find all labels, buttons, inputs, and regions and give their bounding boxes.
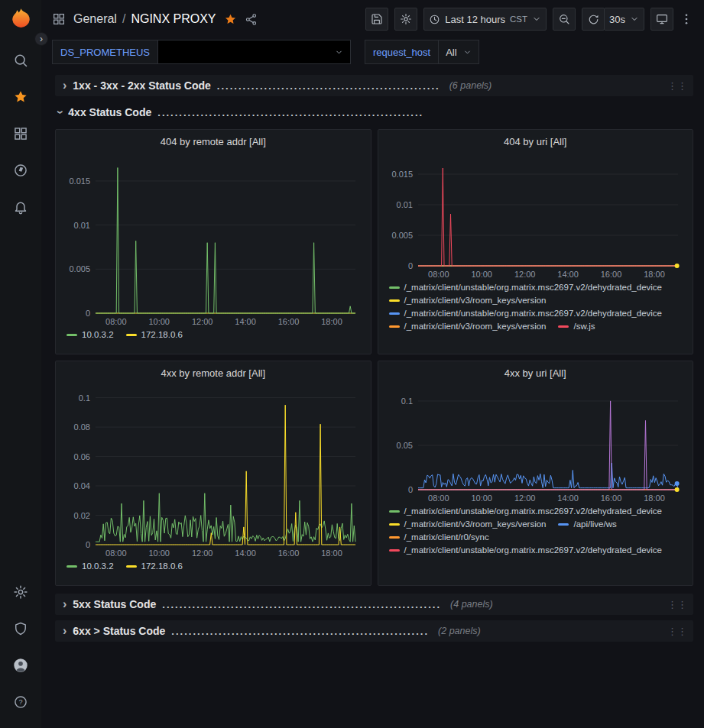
legend-item[interactable]: /_matrix/client/r0/sync	[389, 532, 489, 542]
help-icon[interactable]: ?	[11, 693, 30, 711]
panel-title[interactable]: 4xx by remote addr [All]	[161, 367, 265, 379]
row-drag-handle[interactable]: ⋮⋮	[667, 80, 687, 92]
legend-swatch	[389, 510, 400, 513]
legend-label: 172.18.0.6	[141, 561, 183, 571]
row-title-leader: ........................................…	[157, 107, 423, 118]
datasource-variable-label[interactable]: DS_PROMETHEUS	[52, 40, 158, 64]
panel-header[interactable]: 4xx by remote addr [All]	[62, 361, 365, 384]
chevron-down-icon	[335, 48, 343, 57]
svg-text:0.02: 0.02	[74, 511, 90, 520]
user-avatar[interactable]	[11, 656, 30, 675]
request-host-variable-label[interactable]: request_host	[365, 40, 439, 64]
legend-swatch	[389, 549, 400, 552]
svg-text:0.06: 0.06	[74, 452, 90, 461]
row-drag-handle[interactable]: ⋮⋮	[667, 626, 687, 637]
zoom-out-time-button[interactable]	[553, 8, 576, 31]
legend-item[interactable]: /_matrix/client/v3/room_keys/version	[389, 519, 547, 529]
legend-item[interactable]: /_matrix/client/unstable/org.matrix.msc2…	[389, 309, 663, 318]
legend-label: /_matrix/client/unstable/org.matrix.msc2…	[404, 545, 663, 555]
svg-text:0.005: 0.005	[391, 231, 413, 240]
alerting-bell-icon[interactable]	[11, 198, 30, 216]
time-series-chart[interactable]: 00.0050.010.01508:0010:0012:0014:0016:00…	[384, 153, 687, 281]
legend-item[interactable]: /api/live/ws	[558, 519, 616, 529]
row-drag-handle[interactable]: ⋮⋮	[667, 599, 687, 610]
dashboard-settings-button[interactable]	[394, 8, 417, 31]
svg-text:18:00: 18:00	[644, 493, 665, 503]
server-admin-shield-icon[interactable]	[11, 620, 30, 638]
cycle-view-monitor-button[interactable]	[650, 8, 673, 31]
row-5xx-status-code[interactable]: › 5xx Status Code ......................…	[55, 594, 693, 615]
legend-swatch	[67, 334, 77, 336]
row-panel-count: (4 panels)	[450, 599, 493, 610]
refresh-interval-dropdown[interactable]: 30s	[604, 8, 644, 31]
starred-icon[interactable]	[11, 88, 30, 106]
grafana-logo[interactable]	[11, 8, 31, 31]
legend-item[interactable]: /_matrix/client/unstable/org.matrix.msc2…	[389, 545, 663, 555]
panel-header[interactable]: 404 by remote addr [All]	[62, 130, 365, 153]
panel-title[interactable]: 404 by uri [All]	[504, 136, 566, 147]
time-series-chart[interactable]: 00.020.040.060.080.108:0010:0012:0014:00…	[62, 384, 365, 560]
panel-title[interactable]: 4xx by uri [All]	[504, 367, 566, 379]
breadcrumb[interactable]: General / NGINX PROXY	[73, 12, 216, 26]
legend-item[interactable]: /_matrix/client/unstable/org.matrix.msc2…	[389, 283, 663, 292]
svg-text:10:00: 10:00	[471, 493, 492, 503]
time-series-chart[interactable]: 00.0050.010.01508:0010:0012:0014:0016:00…	[62, 153, 365, 328]
legend-item[interactable]: /_matrix/client/unstable/org.matrix.msc2…	[389, 506, 663, 516]
svg-text:0.1: 0.1	[79, 393, 90, 403]
explore-compass-icon[interactable]	[11, 161, 30, 180]
chart-legend: 10.0.3.2172.18.0.6	[62, 560, 365, 575]
legend-label: /_matrix/client/v3/room_keys/version	[404, 322, 547, 331]
time-range-picker[interactable]: Last 12 hours CST	[423, 8, 547, 31]
sidebar-expand-button[interactable]: ›	[34, 32, 48, 46]
datasource-variable-value[interactable]	[158, 40, 351, 64]
svg-text:12:00: 12:00	[514, 493, 535, 503]
chevron-down-icon	[630, 15, 639, 24]
panel-404-by-remote-addr: 404 by remote addr [All] 00.0050.010.015…	[55, 129, 371, 354]
legend-item[interactable]: 10.0.3.2	[67, 561, 114, 571]
legend-swatch	[389, 299, 400, 302]
star-dashboard-icon[interactable]	[224, 13, 237, 26]
svg-text:14:00: 14:00	[235, 317, 256, 326]
legend-swatch	[67, 565, 77, 568]
legend-item[interactable]: 172.18.0.6	[126, 330, 183, 339]
legend-label: /api/live/ws	[573, 519, 616, 529]
share-icon[interactable]	[245, 13, 258, 26]
row-4xx-status-code[interactable]: › 4xx Status Code ......................…	[55, 102, 693, 123]
svg-text:18:00: 18:00	[644, 270, 665, 279]
svg-text:16:00: 16:00	[278, 548, 300, 558]
panel-title[interactable]: 404 by remote addr [All]	[161, 136, 266, 147]
legend-swatch	[389, 312, 400, 315]
legend-item[interactable]: 10.0.3.2	[67, 330, 114, 339]
search-icon[interactable]	[11, 51, 30, 70]
svg-text:0.01: 0.01	[396, 200, 412, 209]
time-series-chart[interactable]: 00.050.108:0010:0012:0014:0016:0018:00	[384, 384, 687, 505]
save-dashboard-button[interactable]	[365, 8, 388, 31]
legend-item[interactable]: /_matrix/client/v3/room_keys/version	[389, 322, 547, 331]
refresh-button[interactable]	[582, 8, 605, 31]
legend-item[interactable]: /_matrix/client/v3/room_keys/version	[389, 296, 547, 305]
legend-label: /sw.js	[573, 322, 595, 331]
legend-item[interactable]: 172.18.0.6	[126, 561, 183, 571]
dashboard-submenu: DS_PROMETHEUS request_host All	[41, 38, 704, 70]
panel-header[interactable]: 404 by uri [All]	[384, 130, 687, 153]
chevron-right-icon: ›	[63, 598, 67, 610]
sidebar: ›	[0, 0, 41, 728]
panel-header[interactable]: 4xx by uri [All]	[384, 361, 687, 384]
row-1xx-3xx-2xx-status-code[interactable]: › 1xx - 3xx - 2xx Status Code ..........…	[55, 75, 693, 96]
svg-text:12:00: 12:00	[192, 317, 213, 326]
dashboard-title[interactable]: NGINX PROXY	[131, 12, 216, 26]
svg-text:14:00: 14:00	[235, 548, 256, 558]
legend-label: 10.0.3.2	[82, 330, 114, 339]
sidebar-bottom: ?	[11, 574, 30, 720]
row-6xx-status-code[interactable]: › 6xx > Status Code ....................…	[55, 620, 693, 642]
kebab-menu-icon[interactable]	[680, 12, 693, 26]
request-host-variable-value[interactable]: All	[439, 40, 479, 64]
chevron-down-icon	[463, 48, 472, 57]
configuration-gear-icon[interactable]	[11, 583, 30, 601]
svg-text:08:00: 08:00	[428, 270, 449, 279]
breadcrumb-separator: /	[122, 12, 125, 26]
apps-grid-icon[interactable]	[52, 12, 66, 26]
breadcrumb-folder[interactable]: General	[73, 12, 117, 26]
dashboards-icon[interactable]	[11, 125, 30, 143]
legend-item[interactable]: /sw.js	[558, 322, 595, 331]
